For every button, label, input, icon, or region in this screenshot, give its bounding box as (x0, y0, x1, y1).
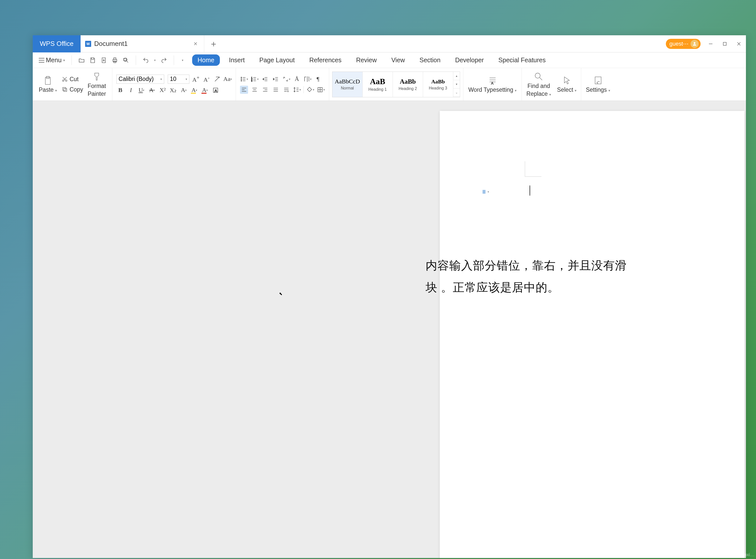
paste-icon (43, 75, 53, 85)
document-area[interactable]: ⬉ ▾ (33, 101, 746, 558)
open-icon[interactable] (78, 57, 85, 64)
print-preview-icon[interactable] (122, 57, 130, 64)
close-tab-icon[interactable]: × (194, 40, 197, 48)
align-left-icon[interactable] (240, 86, 248, 94)
scissors-icon (62, 76, 68, 83)
borders-icon[interactable]: ▾ (317, 86, 325, 94)
tab-section[interactable]: Section (414, 54, 446, 66)
user-label: guest⋯ (669, 41, 688, 47)
copy-button[interactable]: Copy (60, 85, 85, 94)
tab-page-layout[interactable]: Page Layout (254, 54, 300, 66)
decrease-indent-icon[interactable] (261, 75, 269, 83)
tab-insert[interactable]: Insert (223, 54, 250, 66)
doc-icon: W (85, 41, 91, 47)
tab-developer[interactable]: Developer (450, 54, 489, 66)
underline-icon[interactable]: U▾ (138, 86, 146, 94)
grow-font-icon[interactable]: A+ (192, 75, 200, 83)
phonetic-guide-icon[interactable]: Å (293, 75, 301, 83)
find-replace-button[interactable]: Find and Replace ▾ (523, 72, 554, 97)
format-painter-icon (92, 72, 102, 82)
cursor-icon (562, 75, 572, 85)
shading-icon[interactable]: ▾ (306, 86, 314, 94)
save-icon[interactable] (89, 57, 96, 64)
superscript-icon[interactable]: X² (159, 86, 167, 94)
svg-rect-17 (63, 87, 66, 90)
new-tab-button[interactable]: ＋ (204, 38, 223, 50)
change-case-icon[interactable]: Aa▾ (223, 75, 232, 83)
menu-button[interactable]: Menu ▾ (36, 55, 68, 65)
cut-copy: Cut Copy (60, 75, 85, 94)
title-bar: WPS Office W Document1 × ＋ guest⋯ (33, 35, 746, 52)
style-heading2[interactable]: AaBbHeading 2 (393, 72, 423, 97)
svg-point-21 (241, 77, 242, 77)
group-paragraph: ▾ 123▾ ▾ Å ▾ ¶ ▾ ▾ ▾ (236, 68, 329, 100)
justify-icon[interactable] (272, 86, 280, 94)
tab-view[interactable]: View (386, 54, 410, 66)
char-shading-icon[interactable]: ▾ (304, 75, 311, 83)
font-color-icon[interactable]: A▾ (201, 86, 209, 94)
word-typesetting-button[interactable]: A Word Typesetting ▾ (465, 75, 520, 93)
group-font: Calibri (Body)▾ 10▾ A+ A- Aa▾ B I U▾ A▾ … (112, 68, 236, 100)
close-window-button[interactable] (732, 38, 746, 50)
shrink-font-icon[interactable]: A- (203, 75, 211, 83)
styles-down[interactable]: ▾ (453, 80, 460, 88)
select-button[interactable]: Select ▾ (554, 75, 580, 93)
font-size-field[interactable]: 10▾ (168, 74, 189, 84)
paragraph-options-icon[interactable]: ▾ (481, 188, 489, 196)
line-spacing-icon[interactable]: ▾ (293, 86, 301, 94)
chevron-down-icon: ▾ (63, 58, 65, 62)
highlight-icon[interactable]: A▾ (190, 86, 198, 94)
customize-qa-dropdown[interactable]: ▾ (180, 56, 185, 64)
maximize-button[interactable] (718, 38, 732, 50)
text-effects-icon[interactable]: A▾ (180, 86, 188, 94)
cut-button[interactable]: Cut (60, 75, 85, 84)
user-badge[interactable]: guest⋯ (666, 39, 701, 49)
bullets-icon[interactable]: ▾ (240, 75, 248, 83)
distribute-icon[interactable] (282, 86, 290, 94)
group-editing: Find and Replace ▾ Select ▾ (522, 68, 581, 100)
app-tab[interactable]: WPS Office (33, 35, 80, 52)
styles-more[interactable]: ⌄ (453, 88, 460, 97)
print-icon[interactable] (111, 57, 119, 64)
bold-icon[interactable]: B (116, 86, 124, 94)
increase-indent-icon[interactable] (272, 75, 280, 83)
font-name-field[interactable]: Calibri (Body)▾ (116, 74, 164, 84)
undo-icon[interactable] (142, 57, 149, 64)
align-right-icon[interactable] (261, 86, 269, 94)
tab-review[interactable]: Review (351, 54, 382, 66)
ribbon: Paste ▾ Cut Copy Format Painter Calibri … (33, 68, 746, 101)
document-tab[interactable]: W Document1 × (80, 35, 204, 52)
document-page[interactable]: ▾ (440, 111, 745, 558)
svg-rect-2 (723, 42, 726, 45)
italic-icon[interactable]: I (127, 86, 135, 94)
minimize-button[interactable] (704, 38, 718, 50)
watermark: CSDN @sunxi… (721, 552, 755, 558)
numbering-icon[interactable]: 123▾ (251, 75, 259, 83)
style-heading3[interactable]: AaBbHeading 3 (423, 72, 453, 97)
text-direction-icon[interactable]: ▾ (282, 75, 290, 83)
menu-bar: Menu ▾ ▾ ▾ Home Insert Page Layout Refer… (33, 52, 746, 68)
format-painter-button[interactable]: Format Painter (85, 72, 109, 97)
svg-point-22 (241, 79, 242, 80)
show-marks-icon[interactable]: ¶ (314, 75, 322, 83)
separator (174, 55, 174, 65)
svg-point-0 (694, 42, 695, 44)
svg-line-65 (540, 77, 542, 80)
redo-icon[interactable] (160, 57, 168, 64)
styles-up[interactable]: ▴ (453, 72, 460, 80)
clear-format-icon[interactable] (213, 75, 221, 83)
tab-references[interactable]: References (304, 54, 347, 66)
paste-button[interactable]: Paste ▾ (36, 75, 60, 93)
subscript-icon[interactable]: X₂ (169, 86, 177, 94)
strikethrough-icon[interactable]: A▾ (148, 86, 156, 94)
tab-home[interactable]: Home (192, 54, 220, 66)
tab-special-features[interactable]: Special Features (493, 54, 551, 66)
settings-button[interactable]: Settings ▾ (583, 75, 613, 93)
separator (136, 55, 136, 65)
char-border-icon[interactable]: A (212, 86, 219, 94)
align-center-icon[interactable] (251, 86, 259, 94)
style-heading1[interactable]: AaBHeading 1 (363, 72, 393, 97)
export-icon[interactable] (100, 57, 108, 64)
undo-dropdown[interactable]: ▾ (153, 56, 157, 64)
style-normal[interactable]: AaBbCcDNormal (332, 72, 363, 97)
